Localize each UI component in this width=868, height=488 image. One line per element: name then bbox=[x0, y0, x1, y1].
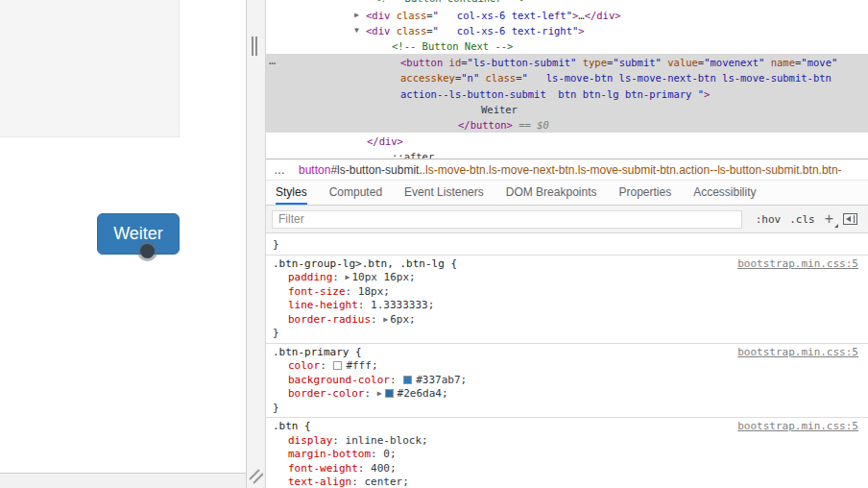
code-token: <div bbox=[366, 25, 390, 37]
color-swatch[interactable] bbox=[385, 389, 394, 398]
tab-computed[interactable]: Computed bbox=[329, 181, 382, 205]
breadcrumb-cls: .ls-move-btn.ls-move-next-btn.ls-move-su… bbox=[422, 163, 842, 177]
property-name[interactable]: line-height bbox=[288, 299, 358, 311]
property-value[interactable]: #337ab7 bbox=[416, 374, 460, 386]
property-name[interactable]: font-weight bbox=[288, 462, 358, 475]
code-token: </div> bbox=[585, 10, 621, 21]
element-classes-button[interactable]: .cls bbox=[789, 213, 815, 226]
property-semicolon: ; bbox=[390, 462, 397, 475]
css-property[interactable]: font-weight: 400; bbox=[266, 462, 868, 476]
more-actions-dots[interactable]: … bbox=[269, 53, 277, 68]
property-value[interactable]: 6px bbox=[390, 313, 409, 326]
expand-arrow-icon[interactable]: ▶ bbox=[346, 273, 350, 281]
tab-properties[interactable]: Properties bbox=[618, 181, 671, 205]
css-property[interactable]: border-radius: ▶6px; bbox=[266, 313, 868, 328]
collapsed-arrow-icon[interactable]: ▶ bbox=[354, 8, 359, 23]
filter-input[interactable] bbox=[272, 210, 742, 229]
css-property[interactable]: text-align: center; bbox=[266, 476, 868, 488]
dom-tree-line[interactable]: ▶<div class=" col-xs-6 text-left">…</div… bbox=[366, 8, 621, 23]
css-property[interactable]: line-height: 1.3333333; bbox=[266, 299, 868, 313]
property-name[interactable]: font-size bbox=[288, 285, 346, 298]
breadcrumb-selector[interactable]: button#ls-button-submit..ls-move-btn.ls-… bbox=[299, 163, 842, 177]
breadcrumb-ellipsis[interactable]: … bbox=[274, 163, 286, 177]
tab-styles[interactable]: Styles bbox=[276, 181, 307, 205]
dom-tree-line[interactable]: accesskey="n" class=" ls-move-btn ls-mov… bbox=[400, 70, 832, 85]
rule-selector[interactable]: .btn-group-lg>.btn, .btn-lg { bbox=[273, 257, 457, 270]
code-token: class bbox=[486, 72, 517, 84]
property-colon: : bbox=[390, 374, 402, 386]
property-name[interactable]: text-align bbox=[288, 476, 351, 488]
new-style-rule-button[interactable]: + bbox=[825, 212, 833, 226]
color-swatch[interactable] bbox=[333, 361, 342, 370]
code-token: <!-- Button container --> bbox=[374, 0, 526, 4]
property-name[interactable]: color bbox=[288, 359, 320, 372]
code-token: "submit" bbox=[613, 57, 662, 68]
dom-tree-line[interactable]: </div> bbox=[367, 134, 403, 149]
dom-tree-line[interactable]: <button id="ls-button-submit" type="subm… bbox=[400, 55, 837, 70]
dom-tree-line[interactable]: ::after bbox=[392, 149, 434, 159]
computed-sidebar-toggle-icon[interactable] bbox=[843, 213, 857, 225]
property-name[interactable]: margin-bottom bbox=[288, 448, 371, 460]
dom-tree-line[interactable]: action--ls-button-submit btn btn-lg btn-… bbox=[400, 86, 710, 102]
dom-tree-line[interactable]: Weiter bbox=[481, 102, 518, 117]
browser-page: Weiter bbox=[0, 0, 247, 488]
property-value[interactable]: inline-block bbox=[346, 434, 422, 447]
property-value[interactable]: #2e6da4 bbox=[398, 387, 442, 400]
splitter-handle-icon[interactable] bbox=[252, 37, 257, 56]
css-property[interactable]: margin-bottom: 0; bbox=[266, 448, 868, 462]
tab-dom-breakpoints[interactable]: DOM Breakpoints bbox=[506, 181, 597, 205]
property-name[interactable]: border-radius bbox=[288, 313, 371, 326]
property-name[interactable]: border-color bbox=[288, 387, 364, 400]
click-indicator-dot bbox=[140, 244, 155, 258]
css-property[interactable]: color: #fff; bbox=[266, 359, 868, 374]
tab-accessibility[interactable]: Accessibility bbox=[693, 181, 756, 205]
devtools-splitter[interactable] bbox=[247, 0, 265, 488]
elements-tree[interactable]: … <!-- Button container -->▶<div class="… bbox=[266, 0, 868, 159]
css-property[interactable]: font-size: 18px; bbox=[266, 285, 868, 300]
devtools-panel: … <!-- Button container -->▶<div class="… bbox=[265, 0, 868, 488]
css-property[interactable]: padding: ▶10px 16px; bbox=[266, 271, 868, 285]
breadcrumb-id: #ls-button-submit. bbox=[330, 163, 422, 177]
stylesheet-link[interactable]: bootstrap.min.css:5 bbox=[737, 346, 858, 360]
property-value[interactable]: 18px bbox=[358, 285, 384, 298]
stylesheet-link[interactable]: bootstrap.min.css:5 bbox=[737, 420, 858, 434]
css-property[interactable]: background-color: #337ab7; bbox=[266, 374, 868, 388]
dom-tree-line[interactable]: </button> == $0 bbox=[458, 117, 549, 133]
color-swatch[interactable] bbox=[403, 376, 412, 384]
rule-selector[interactable]: .btn { bbox=[273, 420, 311, 432]
property-value[interactable]: #fff bbox=[346, 359, 372, 372]
css-property[interactable]: border-color: ▶#2e6da4; bbox=[266, 387, 868, 402]
property-name[interactable]: padding bbox=[288, 271, 332, 283]
dom-tree-line[interactable]: <!-- Button Next --> bbox=[392, 38, 513, 54]
property-value[interactable]: 0 bbox=[383, 448, 390, 460]
rule-closing-brace: } bbox=[266, 327, 868, 341]
resize-corner-icon[interactable] bbox=[248, 469, 263, 484]
property-semicolon: ; bbox=[428, 299, 435, 311]
code-token: ::after bbox=[392, 151, 434, 159]
property-semicolon: ; bbox=[409, 313, 416, 326]
css-property[interactable]: display: inline-block; bbox=[266, 434, 868, 449]
expand-arrow-icon[interactable]: ▶ bbox=[377, 389, 382, 398]
property-name[interactable]: display bbox=[288, 434, 332, 447]
property-semicolon: ; bbox=[372, 359, 378, 372]
dom-tree-line[interactable]: <!-- Button container --> bbox=[374, 0, 526, 6]
code-token: "movenext" bbox=[704, 57, 764, 68]
toggle-element-state-button[interactable]: :hov bbox=[756, 213, 782, 226]
property-value[interactable]: 400 bbox=[371, 462, 390, 475]
code-token: class bbox=[397, 25, 427, 37]
expanded-arrow-icon[interactable]: ▼ bbox=[354, 23, 359, 38]
code-token: " col-xs-6 text-left" bbox=[433, 10, 572, 21]
styles-toolbar: :hov .cls + bbox=[266, 206, 868, 233]
rule-selector-row: .btn-primary {bootstrap.min.css:5 bbox=[266, 346, 868, 360]
property-value[interactable]: 1.3333333 bbox=[371, 299, 428, 311]
expand-arrow-icon[interactable]: ▶ bbox=[383, 315, 388, 324]
tab-event-listeners[interactable]: Event Listeners bbox=[404, 181, 484, 205]
dom-tree-line[interactable]: ▼<div class=" col-xs-6 text-right"> bbox=[366, 23, 585, 38]
code-token: > bbox=[578, 25, 584, 37]
property-value[interactable]: 10px 16px bbox=[351, 271, 409, 283]
property-name[interactable]: background-color bbox=[288, 374, 390, 386]
stylesheet-link[interactable]: bootstrap.min.css:5 bbox=[737, 257, 858, 272]
property-value[interactable]: center bbox=[364, 476, 402, 488]
property-colon: : bbox=[371, 313, 383, 326]
rule-selector[interactable]: .btn-primary { bbox=[273, 346, 362, 358]
